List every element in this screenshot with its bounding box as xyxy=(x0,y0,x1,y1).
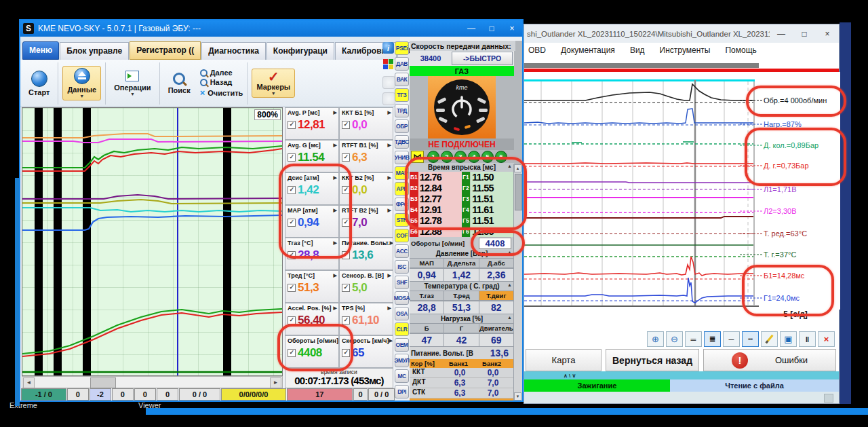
line-thick-icon[interactable]: ═ xyxy=(685,331,702,347)
scrollbar-thumb[interactable] xyxy=(515,174,522,210)
line-solid-icon[interactable]: ─ xyxy=(723,331,740,347)
tab-menu[interactable]: Меню xyxy=(22,41,59,60)
chart-horizontal-scrollbar[interactable]: ◄ ► xyxy=(22,376,283,388)
param-sensor-v[interactable]: Сенсор. В. [В]▶✓5,0 xyxy=(339,270,393,303)
expand-icon[interactable]: ▶ xyxy=(388,175,391,181)
checkbox-icon[interactable]: ✓ xyxy=(342,219,350,227)
param-dsys[interactable]: Дсис [атм]▶✓1,42 xyxy=(285,172,339,205)
checkbox-icon[interactable]: ✓ xyxy=(288,186,296,194)
checkbox-icon[interactable]: ✓ xyxy=(288,284,296,292)
expand-icon[interactable]: ▶ xyxy=(389,338,393,344)
channel-univ[interactable]: УНИВ xyxy=(395,151,409,164)
resize-grip[interactable] xyxy=(824,394,833,403)
tab-control-unit[interactable]: Блок управле xyxy=(60,42,129,60)
checkbox-icon[interactable]: ✓ xyxy=(288,251,296,259)
fast-baud-button[interactable]: ->БЫСТРО xyxy=(452,52,513,65)
scrollbar-thumb[interactable] xyxy=(90,377,116,388)
cylinder-1-button[interactable]: 1 xyxy=(427,151,439,163)
channel-tgz[interactable]: ТГЗ xyxy=(395,88,409,102)
checkbox-icon[interactable]: ✓ xyxy=(342,251,350,259)
channel-acc[interactable]: ACC xyxy=(395,244,409,258)
param-rtft-b1[interactable]: RTFT B1 [%]▶✓6,3 xyxy=(339,140,393,172)
injection-table-header[interactable]: Время впрыска [мс]▲ xyxy=(410,163,514,172)
viewer-close-button[interactable]: × xyxy=(816,29,839,39)
checkbox-icon[interactable]: ✓ xyxy=(288,219,296,227)
taskbar-item-extreme[interactable]: Extreme xyxy=(9,401,37,409)
tab-recorder[interactable]: Регистратор (( xyxy=(130,41,201,60)
operations-button[interactable]: Операции ▼ xyxy=(110,69,155,98)
info-icon[interactable]: i xyxy=(382,42,394,54)
channel-emul[interactable]: ЭМУЛ xyxy=(395,354,409,367)
kme-maximize-button[interactable]: □ xyxy=(481,24,502,33)
checkbox-icon[interactable]: ✓ xyxy=(288,153,296,162)
kme-title-bar[interactable]: S KME NEVO-SKY - 5.0.7.1 | Газовый ЭБУ: … xyxy=(20,20,522,37)
cylinder-2-button[interactable]: 2 xyxy=(441,151,453,163)
recorder-chart[interactable]: 800% xyxy=(22,107,283,376)
channel-str[interactable]: STR xyxy=(395,213,409,227)
expand-icon[interactable]: ▶ xyxy=(334,273,337,278)
channel-mosa[interactable]: MOSA xyxy=(395,291,409,305)
kme-minimize-button[interactable]: — xyxy=(461,24,481,33)
nav-strip[interactable]: ∧ \ ∨ xyxy=(524,371,839,379)
expand-icon[interactable]: ▶ xyxy=(334,240,337,246)
lambda-header[interactable]: Lam [V]Банк1Банк2 xyxy=(410,398,514,401)
scroll-right-icon[interactable]: ► xyxy=(270,377,281,388)
pressure-table-header[interactable]: Давление [Бар]▲ xyxy=(410,249,514,258)
screenshot-icon[interactable]: ▣ xyxy=(780,331,797,347)
menu-obd[interactable]: OBD xyxy=(528,45,546,55)
scroll-left-icon[interactable]: ◄ xyxy=(23,377,35,388)
errors-button[interactable]: ! Ошибки xyxy=(703,349,836,371)
channel-osa[interactable]: OSA xyxy=(395,307,409,320)
checkbox-icon[interactable]: ✓ xyxy=(342,316,350,324)
corrections-header[interactable]: Кор [%]Банк1Банк2 xyxy=(410,359,514,368)
param-voltage[interactable]: Питание. Вольт.▶✓13,6 xyxy=(339,238,393,270)
pause-icon[interactable]: ‖ xyxy=(799,331,816,347)
param-kkt-b2[interactable]: ККТ Б2 [%]▶✓0,0 xyxy=(339,172,393,205)
menu-view[interactable]: Вид xyxy=(630,45,645,55)
channel-oem[interactable]: OEM xyxy=(395,338,409,352)
zoom-in-icon[interactable]: ⊕ xyxy=(647,331,664,347)
expand-icon[interactable]: ▶ xyxy=(334,208,337,213)
channel-shf[interactable]: SHF xyxy=(395,276,409,289)
clear-button[interactable]: × Очистить xyxy=(200,88,243,98)
channel-tdvs[interactable]: ТДВС xyxy=(395,135,409,149)
kme-close-button[interactable]: × xyxy=(502,24,522,33)
map-button[interactable]: Карта xyxy=(526,349,601,371)
expand-icon[interactable]: ▶ xyxy=(388,208,391,213)
next-button[interactable]: Далее xyxy=(200,69,243,77)
channel-dpi[interactable]: DPI xyxy=(395,385,409,398)
checkbox-icon[interactable]: ✓ xyxy=(342,284,350,292)
channel-dav[interactable]: ДАВ xyxy=(395,57,409,71)
param-kkt-b1[interactable]: ККТ Б1 [%]▶✓0,0 xyxy=(339,107,393,140)
back-button[interactable]: Назад xyxy=(200,78,243,86)
line-list-icon[interactable]: ≣ xyxy=(704,331,721,347)
channel-obr[interactable]: ОБР xyxy=(395,119,409,133)
channel-ape[interactable]: АРЕ xyxy=(395,182,409,196)
checkbox-icon[interactable]: ✓ xyxy=(342,186,350,194)
viewer-maximize-button[interactable]: □ xyxy=(793,29,816,39)
start-button[interactable]: Старт xyxy=(24,69,54,98)
markers-button[interactable]: ✓ Маркеры ▼ xyxy=(252,69,295,98)
menu-tools[interactable]: Инструменты xyxy=(660,45,711,55)
viewer-minimize-button[interactable]: — xyxy=(770,29,793,39)
tab-diagnostics[interactable]: Диагностика xyxy=(201,42,266,60)
channel-frs[interactable]: ФРС xyxy=(395,198,409,211)
channel-isc[interactable]: ISC xyxy=(395,260,409,274)
go-back-button[interactable]: Вернуться назад xyxy=(606,349,699,371)
viewer-title-bar[interactable]: shi_Outlander XL_20231110_150224\Mitsubi… xyxy=(524,24,839,43)
param-rtft-b2[interactable]: RTFT B2 [%]▶✓7,0 xyxy=(339,205,393,238)
expand-icon[interactable]: ▶ xyxy=(388,305,391,311)
scroll-up-icon[interactable]: ▲ xyxy=(514,164,521,172)
param-tps[interactable]: TPS [%]▶✓61,10 xyxy=(339,303,393,335)
checkbox-icon[interactable]: ✓ xyxy=(342,349,350,357)
channel-trd[interactable]: ТРД xyxy=(395,104,409,117)
expand-icon[interactable]: ▶ xyxy=(334,143,337,148)
search-button[interactable]: Поиск xyxy=(164,71,195,96)
panel-scrollbar[interactable]: ▲ ▼ xyxy=(513,164,522,401)
expand-icon[interactable]: ▶ xyxy=(390,240,393,246)
checkbox-icon[interactable]: ✓ xyxy=(288,121,296,129)
cylinder-3-button[interactable]: 3 xyxy=(454,151,467,163)
param-rpm[interactable]: Обороты [о/мин]▶✓4408 xyxy=(285,335,339,368)
zoom-out-icon[interactable]: ⊖ xyxy=(666,331,683,347)
close-chart-icon[interactable]: × xyxy=(818,331,835,347)
